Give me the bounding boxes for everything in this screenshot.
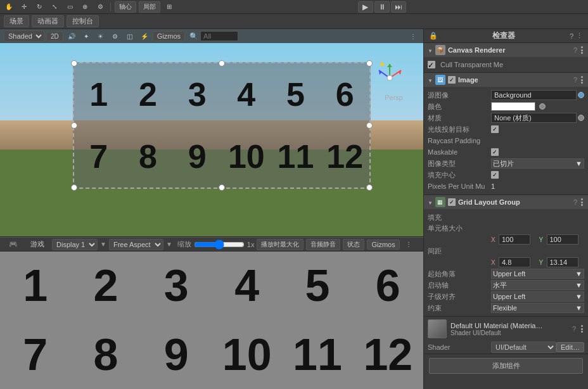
display-select[interactable]: Display 1 <box>52 239 98 250</box>
color-picker-btn[interactable] <box>539 103 546 110</box>
raycast-check[interactable]: ✓ <box>491 125 499 133</box>
image-section: 🖼 ✓ Image ? 源图像 Background <box>424 73 588 195</box>
move-tool[interactable]: ✛ <box>18 1 30 13</box>
game-label: 游戏 <box>25 239 49 250</box>
handle-ml[interactable] <box>71 122 77 129</box>
mute-btn[interactable]: 音频静音 <box>306 239 340 250</box>
canvas-num-9: 9 <box>172 125 222 188</box>
handle-br[interactable] <box>366 184 373 191</box>
game-options[interactable]: ⋮ <box>402 239 415 250</box>
rotate-tool[interactable]: ↻ <box>33 1 46 13</box>
cell-size-xy: X Y <box>491 234 584 245</box>
grid-layout-header[interactable]: ▦ ✓ Grid Layout Group ? <box>424 195 588 209</box>
pause-button[interactable]: ⏸ <box>374 1 390 13</box>
maskable-check[interactable]: ✓ <box>491 148 499 156</box>
scene-content: 1 2 3 4 5 6 7 8 9 10 11 12 <box>0 43 423 236</box>
scale-slider[interactable] <box>194 239 245 250</box>
cell-size-y[interactable] <box>547 234 578 245</box>
spacing-y[interactable] <box>547 257 578 267</box>
image-enabled[interactable]: ✓ <box>448 76 456 84</box>
handle-tl[interactable] <box>71 60 77 67</box>
cell-size-xy-row: X Y <box>424 234 588 245</box>
material-menu[interactable] <box>580 324 584 334</box>
handle-tm[interactable] <box>219 60 225 67</box>
canvas-num-7: 7 <box>74 125 124 188</box>
scene-icon2[interactable]: ⚙ <box>109 30 122 42</box>
start-axis-row: 启动轴 水平 ▼ <box>424 279 588 291</box>
scene-icon3[interactable]: ◫ <box>124 30 136 42</box>
canvas-renderer-header[interactable]: 📦 Canvas Renderer ? <box>424 43 588 57</box>
constraint-select[interactable]: Flexible ▼ <box>491 303 584 313</box>
audio-icon[interactable]: 🔊 <box>65 30 78 42</box>
handle-mr[interactable] <box>366 122 373 129</box>
extra-tool[interactable]: ⚙ <box>94 1 106 13</box>
rect-tool[interactable]: ▭ <box>63 1 76 13</box>
canvas-panel[interactable]: 1 2 3 4 5 6 7 8 9 10 11 12 <box>73 62 371 189</box>
grid-layout-body: 填充 单元格大小 X <box>424 209 588 316</box>
spacing-x-label: X <box>491 259 497 266</box>
tab-scene[interactable]: 场景 <box>4 15 29 27</box>
image-header[interactable]: 🖼 ✓ Image ? <box>424 73 588 87</box>
play-button[interactable]: ▶ <box>358 1 373 13</box>
start-axis-select[interactable]: 水平 ▼ <box>491 280 584 290</box>
image-menu[interactable] <box>580 75 584 85</box>
axis-indicator <box>373 61 407 96</box>
inspector-help[interactable]: ? <box>570 32 573 40</box>
fill-center-check[interactable]: ✓ <box>491 171 499 179</box>
scene-icon4[interactable]: ⚡ <box>138 30 151 42</box>
source-image-picker[interactable] <box>578 92 584 98</box>
child-align-select[interactable]: Upper Left ▼ <box>491 291 584 302</box>
grid-layout-menu[interactable] <box>580 197 584 207</box>
grid-layout-help[interactable]: ? <box>573 198 577 206</box>
scale-tool[interactable]: ⤡ <box>48 1 61 13</box>
transform-tool[interactable]: ⊕ <box>79 1 91 13</box>
shading-select[interactable]: Shaded <box>4 30 44 42</box>
scene-light-icon[interactable]: ☀ <box>94 30 107 42</box>
spacing-x[interactable] <box>499 257 530 267</box>
hand-tool[interactable]: ✋ <box>3 1 15 13</box>
material-help[interactable]: ? <box>572 325 576 333</box>
material-shader-label: Shader UI/Default <box>451 329 568 336</box>
canvas-renderer-menu[interactable] <box>580 45 584 55</box>
source-image-value[interactable]: Background <box>491 90 577 100</box>
material-value[interactable]: None (材质) <box>491 113 577 123</box>
aspect-select[interactable]: Free Aspect <box>109 239 163 250</box>
cell-size-x[interactable] <box>499 234 530 245</box>
source-image-label: 源图像 <box>428 91 491 100</box>
gizmos-btn[interactable]: Gizmos <box>153 31 185 41</box>
scene-options[interactable]: ⋮ <box>407 30 419 42</box>
image-help[interactable]: ? <box>573 76 577 84</box>
constraint-row: 约束 Flexible ▼ <box>424 302 588 314</box>
inspector-options[interactable]: ⋮ <box>576 32 583 40</box>
effects-icon[interactable]: ✦ <box>80 30 93 42</box>
scene-search[interactable] <box>200 31 238 41</box>
canvas-renderer-help[interactable]: ? <box>573 46 577 54</box>
local-btn[interactable]: 局部 <box>139 1 160 13</box>
handle-bl[interactable] <box>71 184 77 191</box>
shader-select[interactable]: UI/Default <box>491 341 556 353</box>
extra-btn[interactable]: ⊞ <box>163 1 176 13</box>
color-swatch[interactable] <box>491 102 535 111</box>
grid-enabled[interactable]: ✓ <box>448 198 456 206</box>
tab-animator[interactable]: 动画器 <box>32 15 64 27</box>
maximize-btn[interactable]: 播放时最大化 <box>257 239 304 250</box>
handle-tr[interactable] <box>366 60 373 67</box>
edit-shader-btn[interactable]: Edit… <box>556 342 584 352</box>
tab-console[interactable]: 控制台 <box>67 15 99 27</box>
game-gizmos-btn[interactable]: Gizmos <box>367 239 399 250</box>
spacing-xy: X Y <box>491 257 584 267</box>
state-btn[interactable]: 状态 <box>343 239 364 250</box>
lock-icon[interactable]: 🔒 <box>429 32 438 40</box>
start-corner-select[interactable]: Upper Left ▼ <box>491 269 584 279</box>
axis-btn[interactable]: 轴心 <box>115 1 136 13</box>
aspect-arrow: ▼ <box>166 241 172 248</box>
play-controls: ▶ ⏸ ⏭ <box>358 1 406 13</box>
game-num-2: 2 <box>70 252 141 321</box>
handle-bm[interactable] <box>219 184 225 191</box>
2d-btn[interactable]: 2D <box>46 32 63 41</box>
image-type-select[interactable]: 已切片 ▼ <box>491 158 584 169</box>
material-picker[interactable] <box>578 115 584 121</box>
add-component-btn[interactable]: 添加组件 <box>429 358 583 374</box>
step-button[interactable]: ⏭ <box>391 1 406 13</box>
cull-check[interactable]: ✓ <box>428 61 435 68</box>
